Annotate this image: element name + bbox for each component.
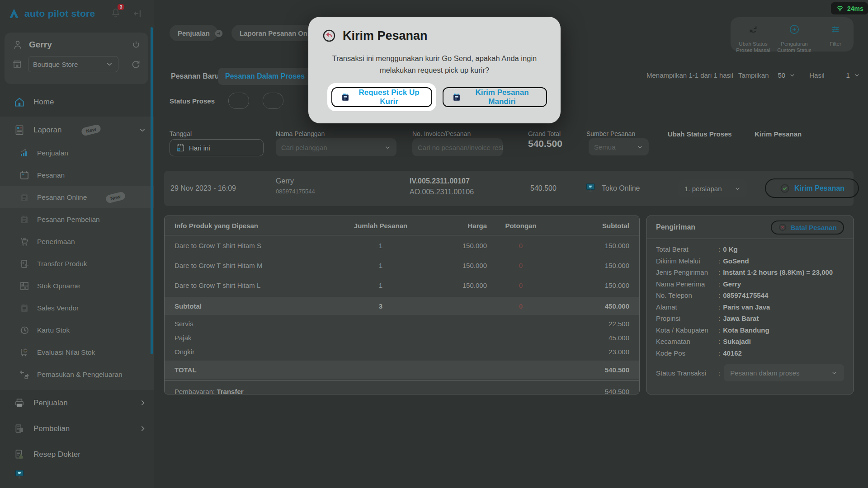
sidebar-item-partial[interactable] bbox=[0, 467, 154, 481]
x-circle-icon bbox=[778, 223, 787, 232]
tanggal-input[interactable]: Hari ini bbox=[170, 139, 264, 156]
sidebar-subitem-label: Pemasukan & Pengeluaran bbox=[37, 371, 123, 379]
shipping-field: Kode Pos : 40162 bbox=[647, 347, 853, 359]
sidebar-subitem[interactable]: Sales Vendor bbox=[0, 297, 154, 319]
order-customer: Gerry 085974175544 bbox=[276, 177, 315, 195]
user-card: Gerry Boutique Store bbox=[5, 33, 148, 84]
kirim-pesanan-button[interactable]: Kirim Pesanan bbox=[765, 178, 859, 198]
status-transaksi-select[interactable]: Pesanan dalam proses bbox=[724, 364, 844, 381]
shipping-title: Pengiriman bbox=[656, 223, 695, 231]
modal-message: Transaksi ini menggunakan kurir Go Send,… bbox=[322, 53, 547, 76]
grand-total-label: Grand Total bbox=[528, 130, 561, 137]
sumber-value: Semua bbox=[594, 143, 616, 151]
report-icon bbox=[14, 124, 25, 136]
sidebar-scrollbar[interactable] bbox=[151, 27, 153, 354]
sidebar-group-laporan: Laporan New Penjualan Pesanan Pesanan bbox=[0, 117, 154, 390]
request-pick-up-kurir-button[interactable]: Request Pick Up Kurir bbox=[331, 87, 432, 107]
check-circle-icon bbox=[779, 183, 790, 194]
app-logo-icon bbox=[8, 8, 20, 19]
total-row: TOTAL 540.500 bbox=[165, 361, 639, 379]
sidebar-subitem[interactable]: Penjualan bbox=[0, 142, 154, 164]
order-datetime: 29 Nov 2023 - 16:09 bbox=[170, 184, 236, 192]
sidebar-header: auto pilot store 3 bbox=[0, 0, 154, 24]
sidebar-item[interactable]: Penjualan bbox=[0, 390, 154, 416]
sidebar-subitem[interactable]: Pemasukan & Pengeluaran bbox=[0, 363, 154, 385]
notifications-button[interactable]: 3 bbox=[110, 7, 121, 20]
spotlight-highlight: Request Pick Up Kurir bbox=[328, 84, 435, 110]
product-name: Dare to Grow T shirt Hitam S bbox=[175, 242, 342, 249]
latency-badge: 24ms bbox=[831, 2, 868, 14]
sidebar-subitem[interactable]: Transfer Produk bbox=[0, 253, 154, 275]
order-total: 540.500 bbox=[530, 184, 557, 192]
sidebar-item[interactable]: Resep Dokter bbox=[0, 441, 154, 467]
modal-title: Kirim Pesanan bbox=[343, 29, 428, 43]
shipping-panel: Pengiriman Batal Pesanan Total Berat : 0… bbox=[646, 216, 854, 394]
status-pill[interactable] bbox=[263, 93, 283, 109]
store-select[interactable]: Boutique Store bbox=[28, 56, 118, 72]
sidebar-item-laporan[interactable]: Laporan New bbox=[0, 118, 154, 142]
chevron-down-icon[interactable] bbox=[789, 72, 796, 79]
sidebar-subitem[interactable]: RP Evaluasi Nilai Stok bbox=[0, 341, 154, 363]
sidebar-subitem[interactable]: Pesanan Online New bbox=[0, 186, 154, 208]
toolbar-button[interactable]: Filter bbox=[815, 20, 856, 47]
invoice-placeholder: Cari no pesanan/invoice resi bbox=[418, 144, 503, 151]
svg-text:RP: RP bbox=[24, 349, 28, 352]
sidebar-nav: Home Laporan New Penjualan Pesanan bbox=[0, 90, 154, 481]
chevron-down-icon bbox=[637, 144, 643, 150]
shipping-field: Jenis Pengiriman : Instant 1-2 hours (8.… bbox=[647, 267, 853, 278]
prescription-icon bbox=[14, 449, 25, 460]
printer-icon bbox=[14, 397, 25, 409]
sidebar-subitem[interactable]: Penerimaan bbox=[0, 230, 154, 253]
sidebar-subitem-label: Stok Opname bbox=[37, 282, 80, 290]
in-out-icon bbox=[19, 369, 30, 380]
notification-badge: 3 bbox=[118, 4, 125, 10]
batal-pesanan-button[interactable]: Batal Pesanan bbox=[771, 221, 844, 235]
toolbar-button[interactable]: Ubah Status Proses Massal bbox=[732, 20, 774, 54]
sidebar-item[interactable]: Pembelian bbox=[0, 416, 154, 441]
status-pill[interactable] bbox=[228, 93, 249, 109]
refresh-store-icon[interactable] bbox=[130, 59, 141, 70]
order-status-select[interactable]: 1. persiapan bbox=[678, 179, 747, 197]
hasil-label: Hasil bbox=[809, 71, 824, 79]
tanggal-value: Hari ini bbox=[189, 144, 210, 152]
wifi-icon bbox=[835, 5, 844, 13]
pelanggan-select[interactable]: Cari pelanggan bbox=[276, 138, 396, 156]
kirim-pesanan-mandiri-button[interactable]: Kirim Pesanan Mandiri bbox=[443, 87, 547, 107]
sidebar-subitem[interactable]: Pesanan Pembelian bbox=[0, 208, 154, 230]
purchase-icon bbox=[14, 423, 25, 435]
tab-pesanan-dalam-proses[interactable]: Pesanan Dalam Proses bbox=[218, 68, 312, 85]
shipping-field: Total Berat : 0 Kg bbox=[647, 244, 853, 255]
collapse-sidebar-icon[interactable] bbox=[132, 8, 143, 19]
page-select[interactable]: 1 bbox=[846, 71, 850, 79]
latency-value: 24ms bbox=[847, 5, 863, 12]
sidebar-subitem-label: Pesanan bbox=[37, 171, 65, 179]
toolbar-button[interactable]: Pengaturan Custom Status bbox=[774, 20, 815, 54]
tab-pesanan-baru[interactable]: Pesanan Baru bbox=[164, 68, 226, 85]
monitor-icon bbox=[14, 468, 25, 480]
app-root: { "app": {"name": "auto pilot store", "l… bbox=[0, 0, 868, 488]
shipping-field: Propinsi : Jawa Barat bbox=[647, 313, 853, 324]
home-icon bbox=[14, 96, 25, 108]
page-size-select[interactable]: 50 bbox=[778, 71, 786, 79]
shipping-field: No. Telepon : 085974175544 bbox=[647, 290, 853, 301]
sidebar-subitem[interactable]: Stok Opname bbox=[0, 275, 154, 297]
chevron-down-icon[interactable] bbox=[854, 72, 860, 79]
tampilkan-label: Tampilkan bbox=[738, 71, 769, 79]
sidebar-subitem-label: Transfer Produk bbox=[37, 260, 87, 268]
breadcrumb-penjualan[interactable]: Penjualan bbox=[170, 25, 218, 41]
toolbar-button-label: Ubah Status Proses Massal bbox=[736, 41, 770, 54]
fee-row: Servis 22.500 bbox=[165, 317, 639, 331]
sidebar-item-label: Resep Dokter bbox=[33, 450, 146, 459]
logout-icon[interactable] bbox=[131, 40, 141, 50]
order-row[interactable]: 29 Nov 2023 - 16:09 Gerry 085974175544 I… bbox=[164, 171, 854, 206]
kirim-pesanan-header: Kirim Pesanan bbox=[755, 130, 802, 138]
sidebar-subitem[interactable]: Pesanan bbox=[0, 164, 154, 186]
shipping-field: Dikirim Melalui : GoSend bbox=[647, 255, 853, 267]
toolbar-button-label: Pengaturan Custom Status bbox=[777, 41, 811, 54]
notepad-icon bbox=[19, 192, 30, 203]
sidebar-item-home[interactable]: Home bbox=[0, 90, 154, 114]
sidebar-subitem[interactable]: Kartu Stok bbox=[0, 319, 154, 341]
invoice-input[interactable]: Cari no pesanan/invoice resi bbox=[412, 138, 503, 156]
back-icon[interactable] bbox=[322, 28, 336, 43]
sumber-select[interactable]: Semua bbox=[589, 138, 649, 155]
